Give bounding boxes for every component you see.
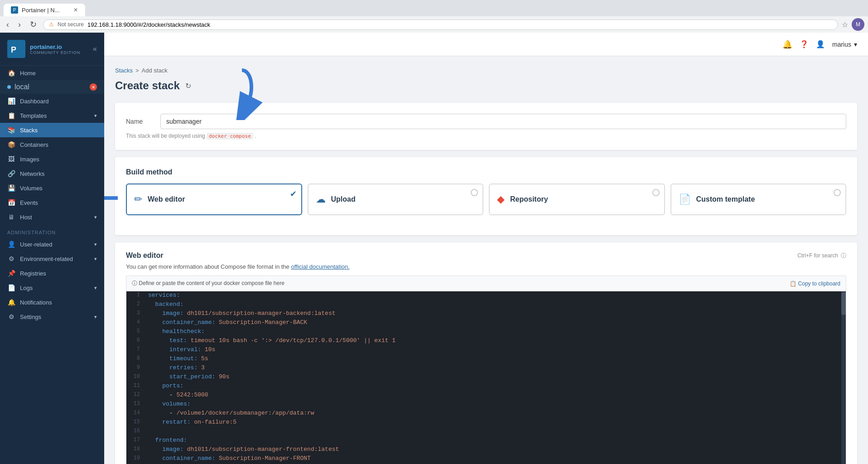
sidebar-item-settings[interactable]: ⚙ Settings ▾ — [0, 309, 104, 324]
official-docs-link[interactable]: official documentation. — [291, 263, 349, 270]
code-line-11: 11 ports: — [126, 382, 846, 391]
close-tab-button[interactable]: ✕ — [73, 7, 78, 13]
notification-bell-icon[interactable]: 🔔 — [782, 39, 792, 49]
images-icon: 🖼 — [7, 155, 15, 163]
sidebar-item-templates[interactable]: 📋 Templates ▾ — [0, 108, 104, 123]
address-bar[interactable]: ⚠ Not secure 192.168.1.18:9000/#/2/docke… — [43, 19, 838, 30]
editor-scrollbar-track[interactable] — [841, 291, 846, 464]
editor-hint-text: You can get more information about Compo… — [126, 263, 846, 270]
sidebar-item-dashboard[interactable]: 📊 Dashboard — [0, 94, 104, 108]
custom-template-label: Custom template — [696, 195, 755, 203]
reload-button[interactable]: ↻ — [27, 19, 39, 30]
code-line-6: 6 test: timeout 10s bash -c ':> /dev/tcp… — [126, 337, 846, 346]
breadcrumb-current: Add stack — [142, 67, 168, 74]
hint-code: docker compose — [207, 133, 253, 140]
templates-icon: 📋 — [7, 112, 15, 119]
user-menu-button[interactable]: marius ▾ — [832, 41, 857, 48]
settings-chevron: ▾ — [94, 314, 97, 320]
sidebar-item-host[interactable]: 🖥 Host ▾ — [0, 210, 104, 224]
editor-info-bar: ⓘ Define or paste the content of your do… — [126, 276, 846, 291]
editor-section-title: Web editor — [126, 251, 163, 260]
env-status-dot — [7, 85, 11, 89]
logs-icon: 📄 — [7, 284, 15, 291]
sidebar-label-networks: Networks — [20, 170, 44, 177]
upload-radio[interactable] — [471, 189, 478, 196]
web-editor-label: Web editor — [148, 195, 185, 203]
build-method-web-editor[interactable]: ✏ Web editor ✔ — [126, 184, 302, 215]
browser-tabs: P Portainer | N... ✕ — [0, 0, 868, 16]
build-method-custom-template[interactable]: 📄 Custom template — [670, 184, 847, 215]
editor-hint-prefix: You can get more information about Compo… — [126, 263, 289, 270]
name-label: Name — [126, 118, 153, 125]
portainer-logo-icon: P — [7, 40, 25, 58]
templates-chevron: ▾ — [94, 113, 97, 119]
env-related-chevron: ▾ — [94, 256, 97, 262]
env-close-badge[interactable]: ✕ — [90, 83, 97, 91]
hint-text: This stack will be deployed using — [126, 133, 205, 139]
copy-to-clipboard-button[interactable]: 📋 Copy to clipboard — [790, 280, 840, 287]
sidebar-label-registries: Registries — [20, 270, 46, 277]
breadcrumb-stacks-link[interactable]: Stacks — [115, 67, 133, 74]
code-line-1: 1 services: — [126, 291, 846, 300]
host-chevron: ▾ — [94, 214, 97, 220]
user-icon[interactable]: 👤 — [816, 40, 825, 48]
sidebar-label-home: Home — [20, 70, 36, 77]
sidebar-item-env-related[interactable]: ⚙ Environment-related ▾ — [0, 251, 104, 266]
sidebar-item-home[interactable]: 🏠 Home — [0, 66, 104, 80]
code-line-18: 18 image: dh1011/subscription-manager-fr… — [126, 445, 846, 454]
active-tab[interactable]: P Portainer | N... ✕ — [4, 4, 85, 16]
volumes-icon: 💾 — [7, 184, 15, 192]
code-line-14: 14 - /volume1/docker/submanager:/app/dat… — [126, 409, 846, 418]
code-line-8: 8 timeout: 5s — [126, 355, 846, 364]
back-button[interactable]: ‹ — [4, 19, 12, 30]
copy-label: Copy to clipboard — [798, 280, 840, 287]
copy-icon: 📋 — [790, 280, 796, 287]
editor-scrollbar-thumb[interactable] — [841, 292, 846, 315]
sidebar-label-notifications: Notifications — [20, 299, 52, 306]
sidebar-label-user-related: User-related — [20, 241, 53, 248]
code-line-15: 15 restart: on-failure:5 — [126, 418, 846, 427]
sidebar-item-stacks[interactable]: 📚 Stacks — [0, 123, 104, 137]
upload-label: Upload — [331, 195, 356, 203]
build-method-repository[interactable]: ◆ Repository — [489, 184, 665, 215]
env-related-icon: ⚙ — [7, 255, 15, 262]
containers-icon: 📦 — [7, 141, 15, 148]
build-method-upload[interactable]: ☁ Upload — [308, 184, 484, 215]
sidebar-item-networks[interactable]: 🔗 Networks — [0, 166, 104, 181]
sidebar-label-containers: Containers — [20, 141, 48, 148]
sidebar-item-containers[interactable]: 📦 Containers — [0, 137, 104, 152]
code-line-7: 7 interval: 10s — [126, 346, 846, 355]
user-related-icon: 👤 — [7, 241, 15, 248]
sidebar: P portainer.io COMMUNITY EDITION « 🏠 Hom… — [0, 33, 104, 464]
bookmark-icon[interactable]: ☆ — [842, 20, 848, 29]
sidebar-label-templates: Templates — [20, 112, 47, 119]
browser-chrome: P Portainer | N... ✕ ‹ › ↻ ⚠ Not secure … — [0, 0, 868, 33]
custom-template-radio[interactable] — [834, 189, 841, 196]
sidebar-item-events[interactable]: 📅 Events — [0, 195, 104, 210]
sidebar-item-notifications[interactable]: 🔔 Notifications — [0, 295, 104, 309]
sidebar-item-logs[interactable]: 📄 Logs ▾ — [0, 280, 104, 295]
forward-button[interactable]: › — [15, 19, 24, 30]
web-editor-icon: ✏ — [134, 193, 142, 205]
page-refresh-icon[interactable]: ↻ — [185, 82, 191, 90]
sidebar-item-images[interactable]: 🖼 Images — [0, 152, 104, 166]
sidebar-label-events: Events — [20, 199, 38, 206]
sidebar-item-volumes[interactable]: 💾 Volumes — [0, 181, 104, 195]
collapse-sidebar-button[interactable]: « — [93, 45, 97, 53]
build-method-section: Build method ✏ Web editor ✔ — [115, 157, 857, 235]
help-icon[interactable]: ❓ — [800, 40, 809, 48]
url-display: 192.168.1.18:9000/#/2/docker/stacks/news… — [87, 21, 210, 28]
sidebar-label-images: Images — [20, 156, 39, 163]
code-editor[interactable]: 1 services: 2 backend: 3 image: dh1011/s… — [126, 291, 846, 464]
stacks-icon: 📚 — [7, 126, 15, 134]
not-secure-label: Not secure — [58, 21, 84, 28]
dashboard-icon: 📊 — [7, 97, 15, 105]
breadcrumb-separator: > — [135, 67, 139, 74]
repository-radio[interactable] — [652, 189, 660, 196]
sidebar-item-user-related[interactable]: 👤 User-related ▾ — [0, 237, 104, 251]
sidebar-item-registries[interactable]: 📌 Registries — [0, 266, 104, 280]
sidebar-env-local[interactable]: local ✕ — [0, 80, 104, 94]
logo-text: portainer.io — [30, 44, 80, 50]
profile-avatar[interactable]: M — [852, 18, 864, 31]
sidebar-label-volumes: Volumes — [20, 185, 43, 192]
